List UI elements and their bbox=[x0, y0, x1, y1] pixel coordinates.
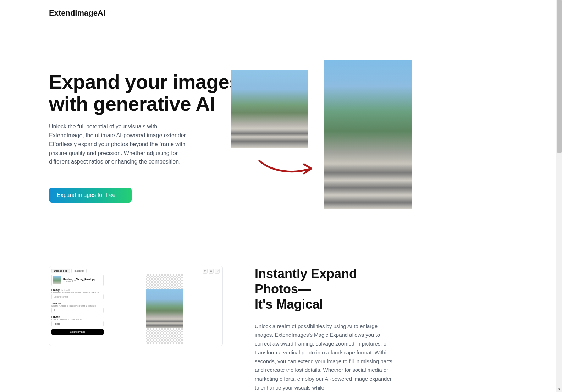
private-help: Control the privacy of the image bbox=[51, 318, 104, 320]
canvas-tool-3[interactable]: ♡ bbox=[215, 269, 220, 274]
private-label: Private bbox=[51, 316, 104, 318]
file-thumbnail bbox=[53, 276, 61, 284]
prompt-help: Describe the image you want to generate … bbox=[51, 291, 104, 293]
canvas-tool-1[interactable]: ⊡ bbox=[203, 269, 208, 274]
extend-image-button[interactable]: Extend Image bbox=[51, 329, 104, 335]
scroll-down-icon[interactable]: ▾ bbox=[556, 386, 562, 392]
hero-title-line2: with generative AI bbox=[49, 93, 215, 115]
hero-title-line1: Expand your images bbox=[49, 71, 240, 93]
prompt-input[interactable]: Enter prompt bbox=[51, 294, 104, 299]
vertical-scrollbar[interactable]: ▴ ▾ bbox=[556, 0, 562, 392]
hero-image-before bbox=[231, 70, 308, 148]
file-name: Beatles_-_Abbey_Road.jpg bbox=[63, 278, 95, 281]
private-select[interactable]: Public bbox=[51, 321, 104, 326]
canvas-image[interactable] bbox=[146, 289, 183, 328]
hero-subtitle: Unlock the full potential of your visual… bbox=[49, 122, 191, 166]
brand-logo[interactable]: ExtendImageAI bbox=[49, 9, 462, 18]
tab-image-url[interactable]: Image url bbox=[71, 269, 87, 273]
section2-title-line2: It's Magical bbox=[255, 297, 323, 311]
scroll-thumb[interactable] bbox=[557, 0, 562, 153]
cta-label: Expand images for free bbox=[57, 192, 115, 198]
hero-image-after bbox=[324, 60, 412, 209]
tool-preview-panel: Upload File Image url Beatles_-_Abbey_Ro… bbox=[49, 266, 223, 346]
red-arrow-icon bbox=[258, 158, 315, 177]
tab-upload-file[interactable]: Upload File bbox=[51, 269, 70, 273]
uploaded-file-card: Beatles_-_Abbey_Road.jpg 112.39 KB bbox=[51, 275, 104, 286]
section2-title-line1: Instantly Expand Photos— bbox=[255, 266, 357, 296]
prompt-label: Prompt (optional) bbox=[51, 289, 104, 291]
tool-sidebar: Upload File Image url Beatles_-_Abbey_Ro… bbox=[49, 266, 106, 346]
amount-select[interactable]: 1 bbox=[51, 308, 104, 313]
arrow-right-icon: → bbox=[118, 192, 124, 198]
section2-body: Unlock a realm of possibilities by using… bbox=[255, 322, 397, 392]
tool-canvas: ⊡ 0 ♡ bbox=[106, 266, 222, 346]
canvas-checker bbox=[146, 274, 183, 344]
file-size: 112.39 KB bbox=[63, 281, 95, 283]
canvas-tool-zero[interactable]: 0 bbox=[209, 269, 214, 274]
expand-images-cta-button[interactable]: Expand images for free → bbox=[49, 188, 132, 203]
prompt-label-text: Prompt bbox=[51, 289, 60, 291]
amount-label: Amount bbox=[51, 302, 104, 305]
section2-title: Instantly Expand Photos— It's Magical bbox=[255, 266, 397, 312]
amount-help: Set the number of images you want to gen… bbox=[51, 305, 104, 307]
